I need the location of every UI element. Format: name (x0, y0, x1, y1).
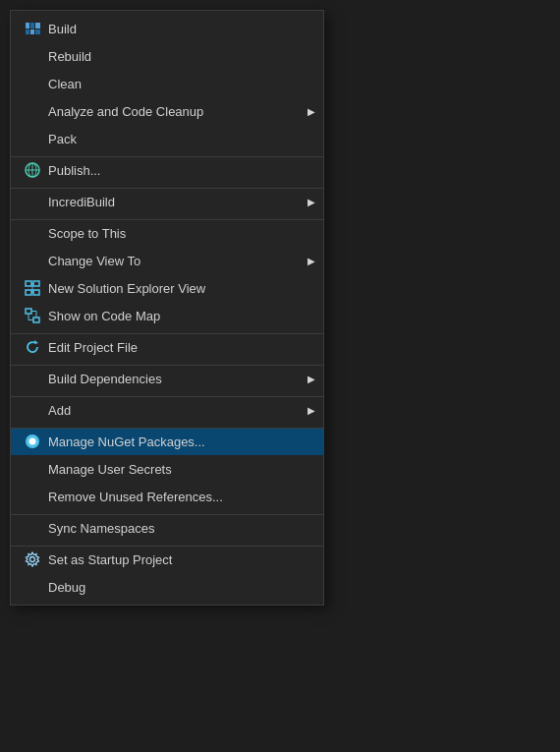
menu-item-set-startup-project[interactable]: Set as Startup Project (11, 546, 323, 573)
refresh-icon (19, 339, 46, 355)
menu-item-pack[interactable]: Pack (11, 125, 323, 152)
context-menu: BuildRebuildCleanAnalyze and Code Cleanu… (10, 10, 324, 606)
menu-label-build: Build (46, 22, 315, 36)
menu-item-show-code-map[interactable]: Show on Code Map (11, 302, 323, 329)
menu-item-build-dependencies[interactable]: Build Dependencies▶ (11, 365, 323, 392)
menu-item-scope-to-this[interactable]: Scope to This (11, 219, 323, 247)
submenu-arrow: ▶ (308, 256, 315, 266)
gear-icon (19, 551, 46, 567)
svg-rect-12 (33, 318, 39, 322)
menu-item-new-solution-explorer[interactable]: New Solution Explorer View (11, 274, 323, 302)
menu-item-rebuild[interactable]: Rebuild (11, 42, 323, 70)
svg-rect-11 (26, 309, 31, 314)
menu-label-manage-user-secrets: Manage User Secrets (46, 462, 315, 477)
menu-label-analyze-code-cleanup: Analyze and Code Cleanup (46, 104, 308, 119)
nuget-icon (19, 434, 46, 449)
menu-label-new-solution-explorer: New Solution Explorer View (46, 281, 315, 296)
svg-rect-7 (33, 290, 39, 295)
menu-label-incredibuild: IncrediBuild (46, 195, 308, 209)
menu-item-change-view-to[interactable]: Change View To▶ (11, 247, 323, 274)
submenu-arrow: ▶ (308, 197, 315, 207)
menu-label-show-code-map: Show on Code Map (46, 309, 315, 323)
menu-item-sync-namespaces[interactable]: Sync Namespaces (11, 514, 323, 542)
code-map-icon (19, 308, 46, 323)
menu-label-build-dependencies: Build Dependencies (46, 372, 308, 386)
menu-label-remove-unused-references: Remove Unused References... (46, 490, 315, 504)
menu-item-debug[interactable]: Debug (11, 573, 323, 601)
menu-item-analyze-code-cleanup[interactable]: Analyze and Code Cleanup▶ (11, 97, 323, 125)
menu-label-publish: Publish... (46, 163, 315, 178)
menu-label-add: Add (46, 403, 308, 418)
svg-rect-4 (26, 281, 31, 286)
submenu-arrow: ▶ (308, 405, 315, 416)
submenu-arrow: ▶ (308, 374, 315, 384)
menu-item-clean[interactable]: Clean (11, 70, 323, 97)
menu-label-pack: Pack (46, 132, 315, 146)
solution-explorer-icon (19, 280, 46, 296)
submenu-arrow: ▶ (308, 106, 315, 117)
menu-label-edit-project-file: Edit Project File (46, 340, 315, 355)
menu-item-incredibuild[interactable]: IncrediBuild▶ (11, 188, 323, 215)
menu-item-add[interactable]: Add▶ (11, 396, 323, 424)
menu-item-remove-unused-references[interactable]: Remove Unused References... (11, 483, 323, 510)
menu-label-sync-namespaces: Sync Namespaces (46, 521, 315, 536)
menu-item-publish[interactable]: Publish... (11, 156, 323, 184)
menu-label-debug: Debug (46, 580, 315, 595)
menu-label-rebuild: Rebuild (46, 49, 315, 64)
svg-rect-6 (26, 290, 31, 295)
menu-item-build[interactable]: Build (11, 15, 323, 42)
svg-point-18 (29, 438, 36, 445)
globe-icon (19, 162, 46, 178)
menu-label-set-startup-project: Set as Startup Project (46, 552, 315, 567)
menu-item-manage-user-secrets[interactable]: Manage User Secrets (11, 455, 323, 483)
menu-label-scope-to-this: Scope to This (46, 226, 315, 241)
menu-label-manage-nuget: Manage NuGet Packages... (46, 434, 315, 449)
menu-label-change-view-to: Change View To (46, 254, 308, 268)
menu-item-edit-project-file[interactable]: Edit Project File (11, 333, 323, 361)
svg-rect-5 (33, 281, 39, 286)
menu-label-clean: Clean (46, 77, 315, 91)
menu-item-manage-nuget[interactable]: Manage NuGet Packages... (11, 428, 323, 455)
build-icon (19, 23, 46, 34)
